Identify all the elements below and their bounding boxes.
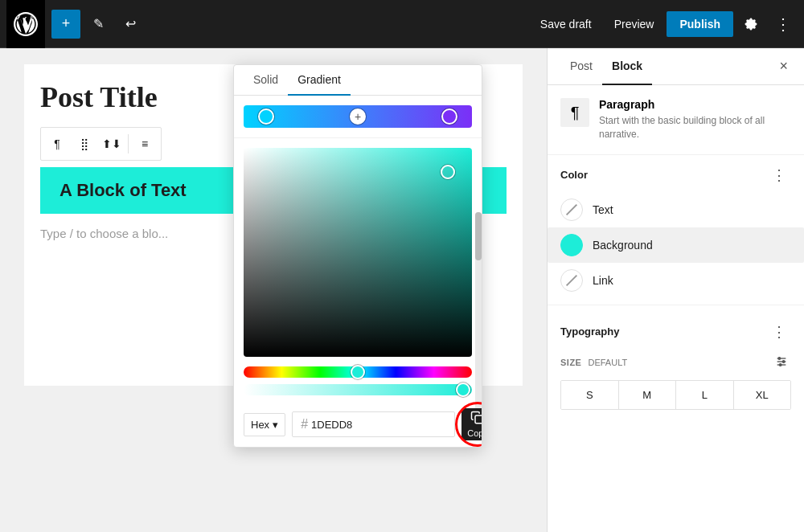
gradient-stop-center[interactable]: +	[350, 108, 366, 125]
undo-button[interactable]: ↩	[116, 10, 145, 39]
typography-section-title: Typography	[560, 325, 619, 338]
move-btn[interactable]: ⬆⬇	[99, 131, 125, 157]
color-picker-tabs: Solid Gradient	[234, 65, 482, 96]
hex-input-wrapper: #	[292, 411, 455, 437]
size-row: SIZE DEFAULT	[548, 349, 804, 380]
toolbar-separator	[128, 134, 129, 153]
sidebar-tabs: Post Block ×	[548, 48, 804, 85]
sidebar-close-button[interactable]: ×	[776, 55, 791, 78]
size-label: SIZE	[560, 358, 581, 367]
color-section-title: Color	[560, 169, 588, 181]
block-type-description: Start with the basic building block of a…	[599, 114, 791, 141]
text-color-label: Text	[593, 203, 613, 216]
opacity-slider-wrapper	[244, 384, 472, 395]
color-section-header: Color ⋮	[548, 155, 804, 192]
color-area-wrapper	[234, 148, 482, 357]
edit-button[interactable]: ✎	[84, 10, 113, 39]
color-option-text[interactable]: Text	[548, 192, 804, 227]
color-more-button[interactable]: ⋮	[767, 165, 791, 186]
scrollbar[interactable]	[475, 212, 482, 429]
size-default-value: DEFAULT	[588, 358, 765, 367]
tab-solid[interactable]: Solid	[244, 65, 288, 96]
gradient-bar[interactable]: +	[244, 105, 472, 128]
hex-prefix: #	[301, 417, 308, 432]
hex-label: Hex	[251, 419, 269, 431]
svg-rect-0	[475, 415, 482, 424]
align-btn[interactable]: ≡	[132, 131, 158, 157]
copy-btn-wrapper: Copy	[461, 408, 482, 440]
section-divider	[548, 305, 804, 305]
hue-slider[interactable]	[244, 366, 472, 378]
save-draft-button[interactable]: Save draft	[531, 11, 601, 37]
drag-btn[interactable]: ⣿	[72, 131, 97, 157]
typography-section-header: Typography ⋮	[548, 312, 804, 349]
settings-button[interactable]	[736, 10, 765, 39]
hex-row: Hex ▾ # Copy	[234, 402, 482, 447]
svg-point-4	[778, 357, 781, 359]
size-buttons: S M L XL	[560, 380, 791, 410]
size-adjust-button[interactable]	[772, 352, 791, 374]
block-type-title: Paragraph	[599, 98, 791, 111]
hue-thumb[interactable]	[351, 365, 365, 379]
more-options-button[interactable]: ⋮	[769, 10, 798, 39]
background-color-label: Background	[593, 239, 653, 252]
gradient-stop-right[interactable]	[441, 108, 457, 125]
wp-logo	[6, 0, 45, 48]
block-toolbar: ¶ ⣿ ⬆⬇ ≡	[40, 127, 162, 161]
right-sidebar: Post Block × ¶ Paragraph Start with the …	[547, 48, 804, 532]
sliders-icon	[775, 355, 788, 368]
tab-post[interactable]: Post	[560, 48, 602, 85]
color-option-link[interactable]: Link	[548, 263, 804, 298]
size-controls	[772, 352, 791, 374]
block-info-text: Paragraph Start with the basic building …	[599, 98, 791, 141]
gradient-bar-container: +	[234, 96, 482, 138]
typography-more-button[interactable]: ⋮	[767, 321, 791, 342]
size-btn-s[interactable]: S	[561, 381, 619, 409]
publish-button[interactable]: Publish	[667, 11, 733, 37]
sliders-section	[234, 366, 482, 402]
color-picker-popup: Solid Gradient +	[233, 64, 482, 448]
color-area[interactable]	[244, 148, 472, 357]
color-option-background[interactable]: Background	[548, 227, 804, 263]
block-info: ¶ Paragraph Start with the basic buildin…	[548, 85, 804, 155]
text-color-swatch	[560, 198, 583, 221]
color-cursor[interactable]	[441, 165, 455, 179]
gradient-stop-left[interactable]	[258, 108, 274, 125]
background-color-swatch	[560, 234, 583, 256]
block-text: A Block of Text	[59, 180, 187, 200]
link-color-swatch	[560, 269, 583, 292]
wordpress-icon	[11, 10, 40, 39]
add-block-button[interactable]: +	[51, 10, 80, 39]
copy-icon	[470, 411, 482, 425]
tab-gradient[interactable]: Gradient	[288, 65, 351, 96]
size-btn-xl[interactable]: XL	[734, 381, 791, 409]
hex-select[interactable]: Hex ▾	[244, 413, 285, 436]
hex-dropdown-icon: ▾	[273, 419, 278, 431]
main-area: Post Title ¶ ⣿ ⬆⬇ ≡ A Block of Text Type…	[0, 48, 804, 532]
size-btn-m[interactable]: M	[619, 381, 677, 409]
tab-block[interactable]: Block	[602, 48, 652, 85]
svg-point-5	[782, 360, 785, 362]
block-type-icon: ¶	[560, 98, 589, 127]
opacity-slider[interactable]	[244, 384, 472, 395]
top-toolbar: + ✎ ↩ Save draft Preview Publish ⋮	[0, 0, 804, 48]
link-color-label: Link	[593, 274, 613, 287]
gear-icon	[743, 16, 759, 32]
typography-section: Typography ⋮ SIZE DEFAULT S M	[548, 312, 804, 423]
opacity-thumb[interactable]	[456, 383, 470, 397]
paragraph-icon-btn[interactable]: ¶	[44, 131, 70, 157]
scrollbar-thumb[interactable]	[475, 212, 482, 260]
svg-point-6	[779, 363, 781, 366]
editor-area: Post Title ¶ ⣿ ⬆⬇ ≡ A Block of Text Type…	[0, 48, 547, 532]
hex-input[interactable]	[311, 419, 446, 431]
copy-label: Copy	[467, 428, 482, 438]
preview-button[interactable]: Preview	[605, 11, 664, 37]
copy-button[interactable]: Copy	[461, 408, 482, 440]
size-btn-l[interactable]: L	[676, 381, 734, 409]
